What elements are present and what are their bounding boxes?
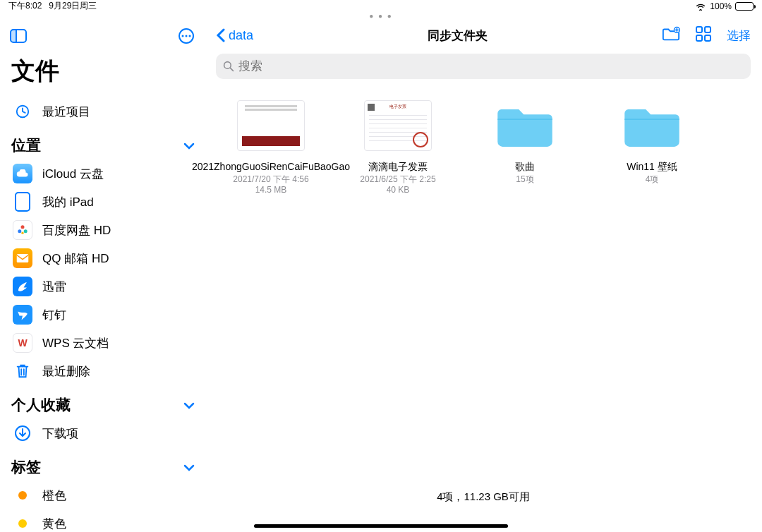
status-date: 9月29日周三 (49, 0, 97, 12)
sidebar-item-label: QQ 邮箱 HD (42, 250, 109, 267)
folder-meta: 15项 (516, 174, 533, 186)
search-input[interactable] (238, 59, 744, 73)
section-favorites[interactable]: 个人收藏 (11, 395, 195, 415)
back-button[interactable]: data (216, 28, 253, 43)
sidebar-item-label: iCloud 云盘 (42, 166, 104, 182)
folder-name: Win11 壁纸 (627, 161, 677, 173)
svg-point-9 (18, 229, 21, 233)
svg-point-6 (189, 35, 191, 37)
search-bar[interactable] (216, 54, 751, 79)
sidebar-item-icloud[interactable]: iCloud 云盘 (10, 159, 195, 188)
sidebar-item-downloads[interactable]: 下载项 (10, 419, 195, 447)
sidebar-item-qqmail[interactable]: QQ 邮箱 HD (10, 244, 195, 272)
svg-point-20 (224, 62, 231, 69)
toolbar: data 同步文件夹 选择 (205, 20, 762, 51)
multitask-dots-icon[interactable]: ● ● ● (0, 12, 762, 20)
tag-dot-icon (18, 491, 27, 500)
wps-icon: W (13, 333, 32, 353)
status-summary: 4项，11.23 GB可用 (205, 490, 762, 504)
sidebar-item-dingding[interactable]: 钉钉 (10, 301, 195, 329)
xunlei-icon (13, 277, 32, 296)
chevron-down-icon (183, 459, 195, 476)
sidebar-item-label: 最近删除 (42, 363, 90, 380)
more-options-icon[interactable] (178, 28, 195, 44)
sidebar-item-ipad[interactable]: 我的 iPad (10, 188, 195, 216)
battery-percent: 100% (710, 1, 732, 11)
file-thumbnail (237, 100, 305, 151)
sidebar-tag-yellow[interactable]: 黄色 (10, 509, 195, 532)
file-item[interactable]: 2021ZhongGuoSiRenCaiFuBaoGao 2021/7/20 下… (222, 100, 320, 196)
svg-point-8 (21, 225, 25, 229)
sidebar-item-label: 百度网盘 HD (42, 222, 111, 238)
svg-point-5 (186, 35, 188, 37)
search-icon (223, 61, 234, 72)
svg-rect-18 (696, 35, 702, 41)
sidebar: 文件 最近项目 位置 iCloud 云盘 我的 iPad 百度网盘 HD QQ … (0, 20, 205, 532)
svg-rect-12 (17, 254, 29, 262)
status-time: 下午8:02 (8, 0, 42, 12)
file-meta: 2021/6/25 下午 2:25 (360, 174, 435, 186)
chevron-down-icon (183, 397, 195, 413)
svg-rect-2 (11, 30, 16, 42)
sidebar-tag-orange[interactable]: 橙色 (10, 481, 195, 509)
sidebar-item-trash[interactable]: 最近删除 (10, 357, 195, 385)
file-name: 2021ZhongGuoSiRenCaiFuBaoGao (192, 161, 350, 173)
file-thumbnail: 电子发票 (364, 100, 432, 151)
file-item[interactable]: 电子发票 滴滴电子发票 2021/6/25 下午 2:25 40 KB (349, 100, 447, 196)
dingding-icon (13, 305, 32, 325)
folder-icon (491, 100, 559, 151)
sidebar-item-recent[interactable]: 最近项目 (10, 97, 195, 126)
folder-meta: 4项 (646, 174, 659, 186)
back-label: data (229, 28, 253, 43)
section-locations[interactable]: 位置 (11, 135, 195, 155)
home-indicator[interactable] (254, 524, 508, 528)
file-meta: 2021/7/20 下午 4:56 (233, 174, 308, 186)
sidebar-item-wps[interactable]: WWPS 云文档 (10, 329, 195, 357)
wifi-icon (695, 2, 706, 11)
sidebar-item-label: 橙色 (42, 488, 66, 504)
folder-name: 歌曲 (515, 161, 535, 173)
folder-item[interactable]: 歌曲 15项 (476, 100, 574, 185)
sidebar-item-label: 钉钉 (42, 307, 66, 323)
svg-rect-16 (696, 27, 702, 32)
ipad-icon (15, 192, 30, 212)
sidebar-item-label: 我的 iPad (42, 194, 94, 210)
status-bar: 下午8:02 9月29日周三 100% (0, 0, 762, 12)
sidebar-item-label: WPS 云文档 (42, 335, 109, 351)
file-grid: 2021ZhongGuoSiRenCaiFuBaoGao 2021/7/20 下… (205, 86, 762, 210)
svg-point-11 (21, 232, 23, 234)
sidebar-item-label: 最近项目 (42, 104, 90, 120)
cloud-icon (13, 164, 32, 183)
trash-icon (15, 363, 30, 380)
main-panel: data 同步文件夹 选择 2021ZhongGuoSiRenCaiFuBaoG… (205, 20, 762, 532)
file-name: 滴滴电子发票 (368, 161, 428, 173)
mail-icon (13, 248, 32, 268)
section-tags[interactable]: 标签 (11, 457, 195, 477)
page-title: 同步文件夹 (428, 28, 488, 44)
svg-point-4 (182, 35, 184, 37)
baidu-icon (13, 220, 32, 240)
svg-rect-19 (705, 35, 710, 41)
clock-icon (15, 104, 30, 119)
sidebar-item-baidu[interactable]: 百度网盘 HD (10, 216, 195, 244)
battery-icon (735, 2, 754, 11)
new-folder-icon[interactable] (662, 26, 680, 44)
svg-rect-17 (705, 27, 710, 32)
tag-dot-icon (18, 519, 27, 528)
file-meta: 14.5 MB (255, 185, 287, 196)
chevron-left-icon (216, 28, 226, 42)
chevron-down-icon (183, 137, 195, 154)
folder-icon (618, 100, 686, 151)
folder-item[interactable]: Win11 壁纸 4项 (603, 100, 701, 185)
download-icon (14, 425, 31, 442)
sidebar-item-label: 迅雷 (42, 279, 66, 295)
sidebar-item-xunlei[interactable]: 迅雷 (10, 272, 195, 301)
sidebar-item-label: 黄色 (42, 516, 66, 532)
sidebar-item-label: 下载项 (42, 425, 78, 442)
svg-line-21 (230, 68, 233, 71)
select-button[interactable]: 选择 (727, 28, 751, 44)
svg-point-10 (24, 229, 28, 233)
view-grid-icon[interactable] (696, 26, 711, 44)
sidebar-toggle-icon[interactable] (10, 29, 27, 43)
sidebar-title: 文件 (11, 55, 195, 87)
